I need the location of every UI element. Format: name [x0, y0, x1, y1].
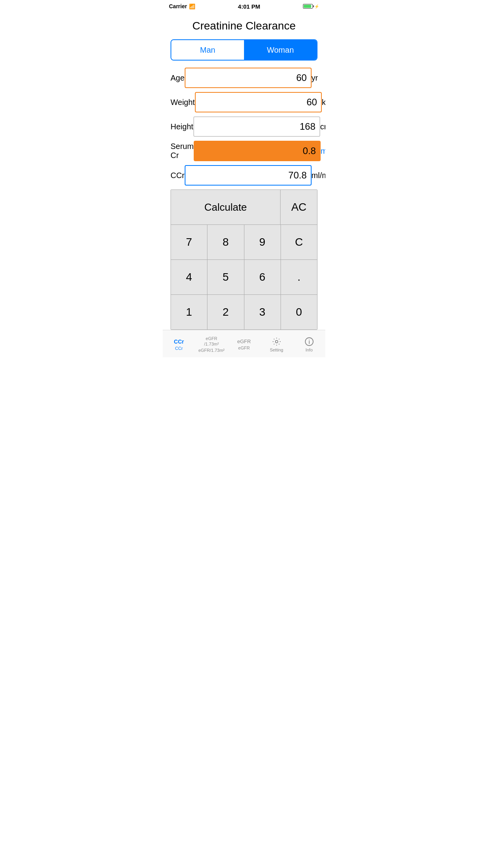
status-time: 4:01 PM: [238, 3, 261, 10]
tab-info[interactable]: Info: [293, 330, 325, 355]
button-dot[interactable]: .: [281, 260, 317, 294]
gear-icon: [272, 337, 281, 346]
page-title: Creatinine Clearance: [171, 20, 317, 32]
setting-tab-label: Setting: [270, 348, 283, 352]
status-bar: Carrier 📶 4:01 PM ⚡: [163, 0, 325, 12]
calc-row-456dot: 4 5 6 .: [171, 260, 317, 295]
button-c[interactable]: C: [281, 225, 317, 259]
button-1[interactable]: 1: [171, 295, 207, 329]
battery-fill: [304, 5, 311, 8]
ac-button[interactable]: AC: [281, 190, 317, 224]
weight-input[interactable]: [195, 92, 322, 112]
tab-egfr173[interactable]: eGFR/1.73m² eGFR/1.73m²: [195, 330, 228, 355]
weight-unit: kg: [322, 98, 325, 107]
height-unit: cm: [320, 122, 325, 131]
calc-top-row: Calculate AC: [171, 190, 317, 225]
battery-icon: [303, 4, 313, 9]
man-button[interactable]: Man: [171, 40, 244, 60]
info-icon: [305, 337, 314, 346]
wifi-icon: 📶: [189, 4, 195, 9]
ccr-tab-icon: CCr: [174, 338, 184, 345]
status-left: Carrier 📶: [169, 3, 195, 9]
tab-setting[interactable]: Setting: [260, 330, 293, 355]
egfr-tab-icon: eGFR: [237, 338, 251, 344]
egfr173-tab-label: eGFR/1.73m²: [198, 348, 225, 353]
charging-icon: ⚡: [314, 4, 319, 9]
age-row: Age yr: [171, 68, 317, 88]
calculate-button[interactable]: Calculate: [171, 190, 281, 224]
weight-label: Weight: [171, 98, 195, 107]
ccr-label: CCr: [171, 171, 185, 180]
button-3[interactable]: 3: [244, 295, 281, 329]
calc-row-789c: 7 8 9 C: [171, 225, 317, 260]
tab-bar: CCr CCr eGFR/1.73m² eGFR/1.73m² eGFR eGF…: [163, 330, 325, 357]
ccr-unit: ml/min: [312, 171, 325, 180]
ccr-input[interactable]: [185, 165, 312, 186]
height-input[interactable]: [193, 116, 320, 137]
info-tab-label: Info: [305, 348, 312, 352]
button-2[interactable]: 2: [207, 295, 244, 329]
calc-row-1230: 1 2 3 0: [171, 295, 317, 329]
serumcr-label: Serum Cr: [171, 142, 194, 160]
serumcr-row: Serum Cr mg/dl: [171, 141, 317, 161]
ccr-tab-label: CCr: [175, 346, 183, 351]
button-7[interactable]: 7: [171, 225, 207, 259]
svg-point-0: [275, 340, 278, 342]
serumcr-input[interactable]: [194, 141, 321, 161]
serumcr-unit: mg/dl: [321, 147, 325, 156]
button-4[interactable]: 4: [171, 260, 207, 294]
age-unit: yr: [312, 74, 318, 83]
button-9[interactable]: 9: [244, 225, 281, 259]
button-0[interactable]: 0: [281, 295, 317, 329]
egfr-tab-label: eGFR: [238, 346, 250, 350]
button-5[interactable]: 5: [207, 260, 244, 294]
main-content: Creatinine Clearance Man Woman Age yr We…: [163, 12, 325, 330]
calculator-grid: Calculate AC 7 8 9 C 4 5 6 . 1 2 3 0: [171, 189, 317, 330]
tab-ccr[interactable]: CCr CCr: [163, 330, 195, 355]
ccr-row: CCr ml/min: [171, 165, 317, 186]
height-label: Height: [171, 122, 193, 131]
height-row: Height cm: [171, 116, 317, 137]
age-label: Age: [171, 74, 185, 83]
tab-egfr[interactable]: eGFR eGFR: [228, 330, 261, 355]
egfr173-tab-icon: eGFR/1.73m²: [204, 336, 219, 346]
woman-button[interactable]: Woman: [244, 40, 317, 60]
button-8[interactable]: 8: [207, 225, 244, 259]
status-right: ⚡: [303, 4, 319, 9]
age-input[interactable]: [185, 68, 312, 88]
button-6[interactable]: 6: [244, 260, 281, 294]
carrier-label: Carrier: [169, 3, 187, 9]
gender-toggle: Man Woman: [171, 39, 317, 61]
weight-row: Weight kg: [171, 92, 317, 112]
